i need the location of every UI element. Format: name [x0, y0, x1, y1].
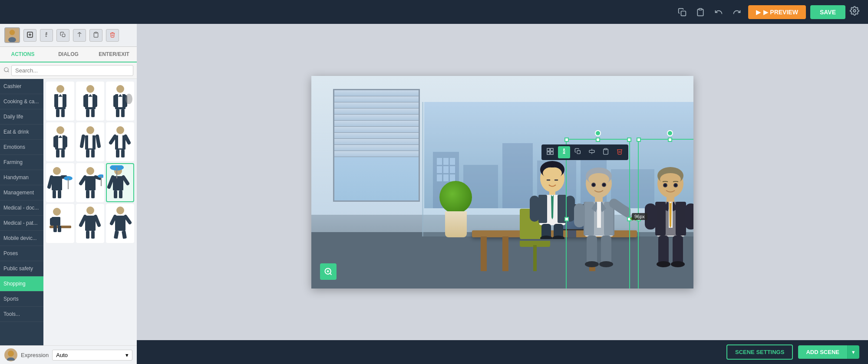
category-cashier[interactable]: Cashier [0, 79, 43, 94]
scene-tool-walk[interactable] [558, 146, 570, 158]
svg-rect-95 [91, 231, 95, 239]
paste-button[interactable] [693, 5, 707, 19]
preview-play-icon: ▶ [756, 9, 761, 16]
svg-line-49 [97, 136, 99, 146]
sprite-5[interactable] [76, 122, 104, 161]
category-farming[interactable]: Farming [0, 155, 43, 170]
scene-tool-paste[interactable] [600, 146, 612, 158]
svg-line-92 [81, 216, 85, 225]
category-medical-doc[interactable]: Medical - doc... [0, 200, 43, 216]
expression-bar: Expression Auto ▾ [0, 345, 137, 364]
tab-enter-exit[interactable]: ENTER/EXIT [91, 47, 137, 62]
sprite-7[interactable] [46, 163, 74, 202]
svg-point-2 [853, 10, 856, 12]
sprite-2[interactable] [76, 82, 104, 121]
expression-select[interactable]: Auto ▾ [52, 350, 132, 361]
category-shopping[interactable]: Shopping [0, 276, 43, 292]
category-daily-life[interactable]: Daily life [0, 109, 43, 125]
selected-char-right[interactable] [639, 165, 693, 275]
zoom-button[interactable] [320, 263, 337, 280]
sprite-3[interactable] [106, 82, 134, 121]
copy-button[interactable] [675, 5, 689, 19]
sprite-12[interactable] [106, 204, 134, 243]
svg-point-161 [564, 149, 565, 150]
category-sports[interactable]: Sports [0, 292, 43, 307]
sprite-8[interactable] [76, 163, 104, 202]
sprite-9[interactable] [106, 163, 134, 202]
svg-point-12 [4, 67, 8, 71]
bottom-bar: SCENE SETTINGS ADD SCENE ▾ [137, 340, 868, 364]
svg-rect-89 [58, 226, 61, 232]
sprite-grid [43, 79, 137, 345]
redo-button[interactable] [730, 5, 744, 19]
svg-rect-59 [118, 135, 122, 148]
svg-rect-64 [53, 190, 56, 198]
walk-action-button[interactable] [40, 29, 53, 42]
search-input[interactable] [11, 65, 133, 76]
delete-char-button[interactable] [106, 29, 119, 42]
scene-tool-delete[interactable] [614, 146, 626, 158]
add-scene-button[interactable]: ADD SCENE [798, 345, 847, 359]
category-eat-drink[interactable]: Eat & drink [0, 125, 43, 140]
undo-button[interactable] [712, 5, 726, 19]
scene-canvas[interactable]: 96px [311, 76, 693, 289]
svg-rect-154 [673, 236, 683, 265]
svg-rect-132 [574, 203, 585, 227]
svg-rect-100 [113, 230, 119, 239]
category-mobile-dev[interactable]: Mobile devic... [0, 231, 43, 246]
add-char-button[interactable] [23, 29, 36, 42]
scene-window [333, 89, 420, 202]
svg-point-90 [86, 207, 94, 214]
copy-char-button[interactable] [56, 29, 69, 42]
category-tools[interactable]: Tools... [0, 307, 43, 322]
svg-point-53 [116, 126, 124, 134]
selected-char-left[interactable] [568, 165, 630, 275]
category-management[interactable]: Management [0, 185, 43, 200]
svg-point-143 [664, 184, 667, 187]
sprite-10[interactable] [46, 204, 74, 243]
svg-point-29 [116, 85, 124, 93]
svg-rect-101 [122, 230, 127, 239]
save-button[interactable]: SAVE [810, 5, 845, 19]
category-cooking[interactable]: Cooking & ca... [0, 94, 43, 109]
settings-gear-button[interactable] [850, 6, 859, 18]
add-scene-dropdown-button[interactable]: ▾ [847, 345, 859, 359]
category-poses[interactable]: Poses [0, 246, 43, 261]
svg-point-106 [543, 167, 562, 179]
svg-point-121 [588, 173, 609, 185]
svg-rect-31 [113, 95, 117, 107]
category-list: Cashier Cooking & ca... Daily life Eat &… [0, 79, 43, 345]
main-area: 96px [137, 24, 868, 340]
svg-point-6 [10, 30, 15, 35]
svg-rect-61 [52, 176, 62, 190]
category-handyman[interactable]: Handyman [0, 170, 43, 185]
category-emotions[interactable]: Emotions [0, 140, 43, 155]
svg-rect-152 [685, 203, 693, 230]
add-scene-group: ADD SCENE ▾ [798, 345, 859, 359]
svg-rect-157 [547, 148, 550, 151]
svg-line-79 [123, 177, 128, 184]
tab-dialog[interactable]: DIALOG [46, 47, 91, 62]
tab-actions[interactable]: ACTIONS [0, 47, 46, 62]
preview-button[interactable]: ▶ ▶ PREVIEW [748, 5, 805, 19]
sprite-6[interactable] [106, 122, 134, 161]
paste-char-button[interactable] [89, 29, 102, 42]
svg-point-68 [86, 167, 94, 175]
svg-line-56 [125, 136, 129, 143]
char-small-avatar [4, 27, 20, 43]
scene-tool-flip[interactable] [586, 146, 598, 158]
expression-label: Expression [21, 352, 49, 358]
flip-char-button[interactable] [73, 29, 86, 42]
sprite-1[interactable] [46, 82, 74, 121]
svg-rect-18 [61, 109, 65, 117]
scene-tool-copy[interactable] [572, 146, 584, 158]
svg-point-102 [8, 351, 14, 357]
category-public-safety[interactable]: Public safety [0, 261, 43, 276]
scene-tool-grid[interactable] [544, 146, 556, 158]
scene-settings-button[interactable]: SCENE SETTINGS [726, 344, 793, 360]
category-medical-pat[interactable]: Medical - pat... [0, 216, 43, 231]
sprite-4[interactable] [46, 122, 74, 161]
sprite-11[interactable] [76, 204, 104, 243]
svg-rect-81 [119, 190, 122, 198]
svg-point-37 [125, 94, 132, 104]
